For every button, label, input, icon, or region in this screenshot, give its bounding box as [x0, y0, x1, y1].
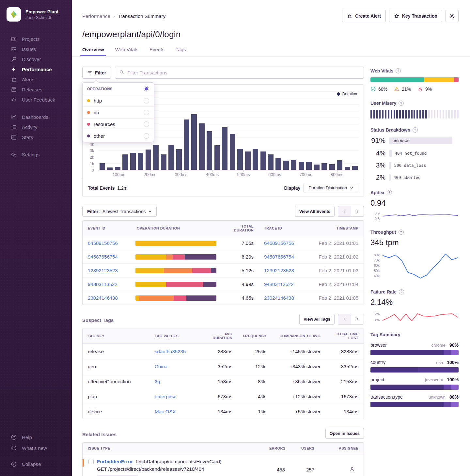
events-column-header: TOTAL DURATION [218, 221, 259, 236]
event-id-link[interactable]: 94587656754 [88, 254, 118, 260]
issue-assignee[interactable] [320, 462, 364, 476]
breadcrumb-performance[interactable]: Performance [82, 13, 110, 19]
event-id-link[interactable]: 12392123523 [88, 268, 118, 273]
sidebar-footer-what-s-new[interactable]: What's new [0, 443, 72, 453]
tag-value-link[interactable]: China [155, 364, 167, 369]
event-id-link[interactable]: 64589156756 [88, 240, 118, 246]
tag-key-cell: release [83, 344, 149, 359]
user-misery-tick [382, 110, 384, 119]
trace-id-link[interactable]: 64589156756 [264, 240, 294, 246]
operation-radio[interactable] [144, 133, 149, 139]
issues-column-header: USERS [290, 443, 320, 454]
tag-value-link[interactable]: 3g [155, 379, 160, 384]
user-misery-tick [399, 110, 401, 119]
operations-all-radio[interactable] [144, 86, 149, 91]
sidebar-item-performance[interactable]: Performance [0, 64, 72, 74]
events-filter-select[interactable]: Filter: Slowest Transactions [82, 206, 157, 217]
trace-id-link[interactable]: 23024146438 [264, 295, 294, 301]
tab-tags[interactable]: Tags [176, 47, 186, 56]
issues-table-header: ISSUE TYPEERRORSUSERSASSIGNEE [83, 443, 364, 454]
trace-id-link[interactable]: 12392123523 [264, 268, 294, 273]
user-misery-tick [457, 110, 459, 119]
histogram-bar [299, 162, 304, 170]
check-icon [370, 86, 376, 92]
operation-option-db[interactable]: db [83, 107, 154, 119]
events-next-page-button[interactable] [351, 206, 364, 217]
operation-option-other[interactable]: other [83, 130, 154, 142]
spark-y-label: 2% [374, 312, 380, 316]
operation-duration-segment [166, 282, 203, 287]
trace-id-link[interactable]: 94587656754 [264, 254, 294, 260]
sidebar-item-alerts[interactable]: Alerts [0, 74, 72, 85]
operation-duration-bar [135, 282, 216, 287]
frequency-cell: 4% [238, 389, 270, 404]
key-transaction-button[interactable]: Key Transaction [389, 10, 442, 22]
operation-radio[interactable] [144, 110, 149, 115]
operation-option-http[interactable]: http [83, 95, 154, 107]
tag-key-cell: geo [83, 359, 149, 374]
tag-value-link[interactable]: Mac OSX [155, 409, 176, 414]
trace-id-link[interactable]: 94803113522 [264, 281, 294, 287]
operation-radio[interactable] [144, 98, 149, 103]
operation-duration-bar [135, 268, 216, 273]
chevron-left-icon [343, 317, 347, 321]
sidebar-item-releases[interactable]: Releases [0, 85, 72, 95]
search-input[interactable] [127, 70, 360, 75]
events-prev-page-button[interactable] [338, 206, 351, 217]
tab-web-vitals[interactable]: Web Vitals [115, 47, 138, 56]
operation-radio[interactable] [144, 121, 149, 127]
operations-dropdown-header[interactable]: OPERATIONS [83, 83, 154, 95]
sidebar-item-projects[interactable]: Projects [0, 34, 72, 44]
sidebar-item-issues[interactable]: Issues [0, 44, 72, 54]
event-id-link[interactable]: 23024146438 [88, 295, 118, 301]
user-misery-tick [437, 110, 438, 119]
user-misery-tick [431, 110, 432, 119]
failure_rate_trend-line [383, 314, 458, 321]
project-badge[interactable]: BOTANAVOICE-34 [97, 475, 138, 476]
create-alert-button[interactable]: Create Alert [342, 10, 386, 22]
tags-prev-page-button[interactable] [338, 314, 351, 325]
help-icon[interactable] [399, 230, 404, 235]
sidebar-item-dashboards[interactable]: Dashboards [0, 112, 72, 122]
throughput_trend-line [383, 254, 458, 278]
table-row: 123921235235.12s12392123523Feb 2, 2021 0… [83, 263, 364, 277]
view-all-tags-button[interactable]: View All Tags [299, 314, 335, 325]
table-row: deviceMac OSX134ms1%+5% slower134ms [83, 404, 364, 419]
sidebar-item-discover[interactable]: Discover [0, 54, 72, 64]
tag-value-link[interactable]: sdaufhu35235 [155, 349, 186, 354]
sidebar-item-label: Projects [22, 36, 39, 42]
tab-overview[interactable]: Overview [82, 47, 104, 56]
issue-type-link[interactable]: ForbiddenError [97, 459, 133, 464]
total-duration-cell: 7.05s [218, 236, 259, 250]
help-icon[interactable] [399, 289, 404, 294]
operation-option-label: other [94, 133, 140, 139]
sidebar-item-user-feedback[interactable]: User Feedback [0, 95, 72, 105]
tab-events[interactable]: Events [149, 47, 164, 56]
event-id-link[interactable]: 94803113522 [88, 281, 118, 287]
tag-value-link[interactable]: enterprise [155, 394, 177, 399]
operation-option-resources[interactable]: resources [83, 119, 154, 130]
operation-duration-bar [135, 295, 216, 301]
issue-users-count: 257 [290, 463, 320, 476]
sidebar-footer-collapse[interactable]: Collapse [0, 459, 72, 469]
user-misery-tick [425, 110, 427, 119]
help-icon[interactable] [399, 101, 404, 106]
sidebar-item-stats[interactable]: Stats [0, 132, 72, 142]
view-all-events-button[interactable]: View All Events [295, 206, 335, 217]
tags-next-page-button[interactable] [351, 314, 364, 325]
open-in-issues-button[interactable]: Open in Issues [325, 428, 364, 439]
operation-duration-segment [164, 268, 192, 273]
sidebar-item-settings[interactable]: Settings [0, 150, 72, 160]
display-select[interactable]: Duration Distribution [304, 183, 358, 193]
org-header[interactable]: Empower Plant Jane Schmidt [0, 0, 72, 22]
sidebar-footer-help[interactable]: Help [0, 432, 72, 443]
help-icon[interactable] [396, 68, 401, 73]
filter-button[interactable]: Filter [82, 67, 111, 79]
breadcrumb-transaction-summary: Transaction Summary [118, 13, 165, 19]
sidebar-item-activity[interactable]: Activity [0, 122, 72, 132]
help-icon[interactable] [413, 127, 418, 133]
help-icon[interactable] [387, 190, 392, 195]
tag-summary-row: projectjavascript100% [370, 377, 459, 390]
issue-checkbox[interactable] [88, 459, 94, 464]
settings-gear-button[interactable] [446, 10, 459, 22]
